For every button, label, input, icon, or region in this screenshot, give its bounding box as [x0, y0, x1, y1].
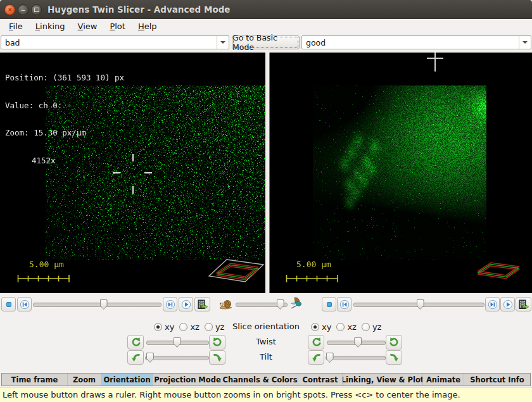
radio-label: xy: [165, 322, 174, 332]
right-slice-panel[interactable]: 5.00 µm: [269, 53, 532, 293]
tab-projection-mode[interactable]: Projection Mode: [153, 374, 222, 386]
tab-contrast[interactable]: Contrast: [298, 374, 343, 386]
right-frame-slider[interactable]: [353, 303, 484, 307]
left-slice-panel[interactable]: Position: (361 593 10) px Value: ch 0: -…: [0, 53, 265, 293]
left-frame-slider-thumb[interactable]: [100, 299, 108, 310]
right-twist-slider[interactable]: [327, 341, 386, 345]
selector-row: bad Go to Basic Mode good: [0, 34, 532, 51]
status-bar: Left mouse button draws a ruler. Right m…: [0, 387, 532, 402]
slice-orientation-label: Slice orientation: [223, 322, 309, 331]
right-skip-start-button[interactable]: [337, 297, 352, 311]
tilt-right-icon: [389, 352, 400, 363]
left-tilt-slider[interactable]: [145, 356, 209, 360]
tab-animate[interactable]: Animate: [423, 374, 464, 386]
menu-linking[interactable]: Linking: [29, 19, 72, 34]
radio-icon[interactable]: [179, 323, 187, 331]
hummingbird-fast-icon: [289, 297, 305, 310]
radio-icon[interactable]: [205, 323, 213, 331]
left-tilt-slider-thumb[interactable]: [146, 353, 154, 363]
tab-channels-colors[interactable]: Channels & Colors: [222, 374, 298, 386]
menu-view[interactable]: View: [72, 19, 104, 34]
left-orientation-xz[interactable]: xz: [179, 322, 200, 332]
right-orientation-yz[interactable]: yz: [362, 322, 382, 332]
left-twist-ccw-button[interactable]: [127, 335, 144, 349]
rotate-cw-icon: [212, 337, 223, 348]
right-tilt-slider[interactable]: [326, 356, 386, 360]
left-scale-label: 5.00 µm: [29, 260, 64, 269]
left-tilt-forward-button[interactable]: [209, 350, 225, 365]
scale-ruler-icon: [286, 274, 339, 282]
speed-slider-thumb[interactable]: [277, 299, 284, 310]
window-title: Huygens Twin Slicer - Advanced Mode: [48, 0, 231, 19]
tab-zoom[interactable]: Zoom: [68, 374, 101, 386]
left-twist-cw-button[interactable]: [209, 335, 225, 349]
left-skip-end-button[interactable]: [163, 297, 177, 311]
left-skip-start-button[interactable]: [17, 297, 32, 311]
right-twist-cw-button[interactable]: [386, 335, 402, 349]
right-play-button[interactable]: [500, 297, 515, 311]
right-twist-slider-thumb[interactable]: [354, 337, 362, 348]
right-export-movie-button[interactable]: [516, 297, 531, 311]
right-tilt-forward-button[interactable]: [386, 350, 402, 365]
right-skip-end-button[interactable]: [485, 297, 500, 311]
tilt-right-icon: [212, 352, 223, 363]
radio-icon[interactable]: [154, 323, 162, 331]
left-twist-slider-thumb[interactable]: [174, 337, 181, 348]
tab-orientation[interactable]: Orientation: [101, 374, 153, 386]
tilt-label: Tilt: [234, 352, 298, 361]
left-orientation-xy[interactable]: xy: [154, 322, 174, 332]
left-stop-button[interactable]: [1, 297, 16, 311]
right-image-selector[interactable]: good: [301, 35, 531, 49]
menu-file[interactable]: File: [3, 19, 29, 34]
menu-help[interactable]: Help: [132, 19, 163, 34]
scale-ruler-icon: [17, 274, 70, 282]
radio-icon[interactable]: [336, 323, 345, 331]
right-stop-button[interactable]: [322, 297, 336, 311]
left-frame-slider[interactable]: [33, 303, 162, 307]
left-selector-arrowbox[interactable]: [217, 36, 229, 49]
titlebar: Huygens Twin Slicer - Advanced Mode: [0, 0, 532, 20]
radio-icon[interactable]: [362, 323, 370, 331]
orientation-box-icon: [208, 259, 265, 283]
close-icon[interactable]: [4, 4, 15, 15]
right-orientation-xy[interactable]: xy: [311, 322, 331, 332]
right-tilt-slider-thumb[interactable]: [326, 353, 334, 363]
tilt-left-icon: [130, 352, 141, 363]
maximize-icon[interactable]: [31, 4, 42, 15]
right-twist-ccw-button[interactable]: [308, 335, 324, 349]
rotate-ccw-icon: [130, 337, 141, 348]
tab-shortcut-info[interactable]: Shortcut Info: [464, 374, 530, 386]
radio-label: xz: [190, 322, 200, 332]
radio-icon[interactable]: [311, 323, 319, 331]
right-selector-arrowbox[interactable]: [519, 36, 531, 49]
chevron-down-icon: [220, 41, 225, 44]
tilt-left-icon: [311, 352, 322, 363]
speed-slider[interactable]: [236, 303, 288, 307]
left-twist-slider[interactable]: [146, 341, 209, 345]
huygens-twin-slicer-window: Huygens Twin Slicer - Advanced Mode File…: [0, 0, 532, 402]
left-tilt-back-button[interactable]: [127, 350, 144, 365]
go-to-basic-mode-button[interactable]: Go to Basic Mode: [232, 35, 300, 49]
left-orientation-yz[interactable]: yz: [205, 322, 225, 332]
tab-time-frame[interactable]: Time frame: [2, 374, 68, 386]
tab-linking-view-plot[interactable]: Linking, View & Plot: [343, 374, 423, 386]
snail-slow-icon: [218, 299, 234, 310]
overlay-value: Value: ch 0: -: [5, 101, 124, 111]
left-export-movie-button[interactable]: [194, 297, 210, 311]
left-play-button[interactable]: [179, 297, 193, 311]
rotate-ccw-icon: [311, 337, 322, 348]
right-tilt-back-button[interactable]: [308, 350, 324, 365]
skip-to-end-icon: [488, 299, 498, 310]
right-frame-slider-thumb[interactable]: [417, 299, 424, 310]
right-orientation-xz[interactable]: xz: [336, 322, 357, 332]
minimize-icon[interactable]: [18, 4, 28, 15]
right-slice-image[interactable]: [313, 85, 486, 260]
radio-label: xy: [322, 322, 331, 332]
skip-to-end-icon: [165, 299, 175, 310]
left-image-selector[interactable]: bad: [1, 35, 229, 49]
menu-plot[interactable]: Plot: [103, 19, 132, 34]
overlay-position: Position: (361 593 10) px: [5, 73, 124, 83]
controls-area: xy xz yz Slice orientation xy xz: [0, 294, 532, 373]
export-movie-icon: [197, 299, 208, 310]
right-scale-label: 5.00 µm: [296, 260, 331, 269]
